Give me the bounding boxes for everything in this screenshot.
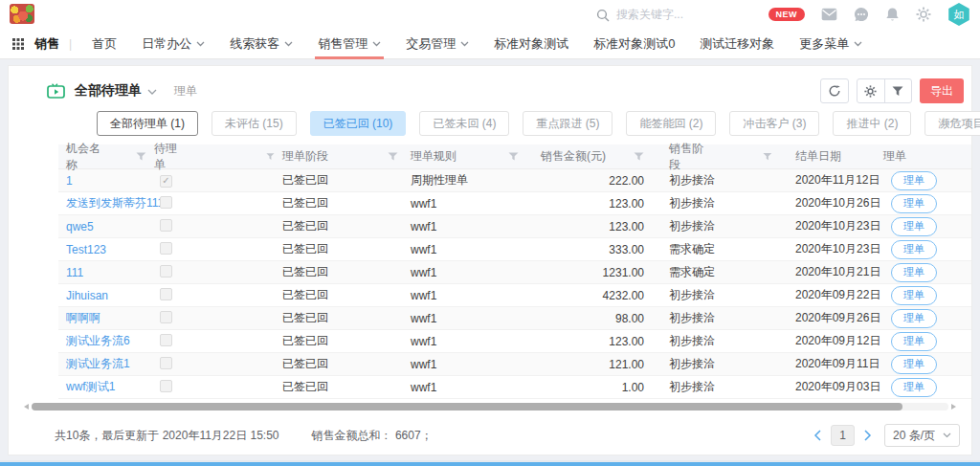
filter-tab[interactable]: 已签已回 (10) (310, 111, 407, 136)
next-page-button[interactable] (863, 430, 872, 441)
lidan-button[interactable]: 理单 (891, 309, 937, 328)
opportunity-link[interactable]: 啊啊啊 (58, 310, 146, 326)
opportunity-link[interactable]: qwe5 (58, 220, 146, 233)
pending-checkbox[interactable] (160, 380, 172, 392)
opportunity-link[interactable]: 1 (58, 174, 146, 188)
filter-tab[interactable]: 濒危项目223344 (3) (924, 111, 980, 136)
table-row[interactable]: 测试业务流1 已签已回 wwf1 121.00 初步接洽 2020年09月11日… (58, 353, 971, 376)
filter-tab[interactable]: 推进中 (2) (833, 111, 911, 136)
opportunity-link[interactable]: 测试业务流1 (58, 356, 146, 372)
pending-checkbox[interactable] (160, 357, 172, 369)
column-funnel-icon[interactable] (508, 152, 519, 162)
column-funnel-icon[interactable] (266, 152, 275, 162)
horizontal-scroll-thumb[interactable] (32, 403, 902, 411)
table-row[interactable]: 啊啊啊 已签已回 wwf1 98.00 初步接洽 2020年09月26日 理单 (58, 307, 971, 330)
lidan-button[interactable]: 理单 (891, 355, 937, 374)
table-row[interactable]: Test123 已签已回 wwf1 333.00 需求确定 2020年10月23… (58, 238, 971, 261)
amount-cell: 121.00 (525, 358, 644, 371)
lidan-button[interactable]: 理单 (891, 378, 937, 397)
bell-icon[interactable] (885, 7, 900, 22)
opportunity-link[interactable]: wwf测试1 (58, 379, 146, 395)
gear-icon[interactable] (916, 7, 931, 22)
column-header[interactable]: 理单阶段 (275, 148, 403, 165)
opportunity-link[interactable]: 发送到发斯蒂芬111 (58, 195, 146, 211)
nav-item[interactable]: 标准对象测试 (481, 29, 581, 59)
table-row[interactable]: qwe5 已签已回 wwf1 123.00 初步接洽 2020年10月23日 理… (58, 215, 971, 238)
table-body: 1 已签已回 周期性理单 222.00 初步接洽 2020年11月12日 理单 (58, 169, 971, 399)
column-funnel-icon[interactable] (634, 152, 644, 162)
opportunity-link[interactable]: Test123 (58, 243, 146, 256)
pagination: 1 20 条/页 (813, 424, 960, 447)
search-input[interactable]: 搜索关键字... (616, 7, 683, 23)
column-funnel-icon[interactable] (763, 152, 772, 162)
page-number[interactable]: 1 (831, 425, 855, 446)
opportunity-link[interactable]: 测试业务流6 (58, 333, 146, 349)
action-cell: 理单 (864, 217, 960, 236)
mail-icon[interactable] (821, 8, 837, 21)
lidan-button[interactable]: 理单 (891, 194, 937, 213)
nav-item[interactable]: 日常办公 (129, 29, 217, 59)
nav-item[interactable]: 线索获客 (217, 29, 305, 59)
pending-checkbox[interactable] (160, 219, 172, 232)
column-header[interactable]: 机会名称 (58, 141, 146, 173)
column-header[interactable]: 销售阶段 (644, 141, 772, 173)
column-funnel-icon[interactable] (136, 152, 146, 162)
column-settings-button[interactable] (858, 79, 884, 102)
table-row[interactable]: 测试业务流6 已签已回 wwf1 123.00 初步接洽 2020年09月12日… (58, 330, 971, 353)
pending-checkbox[interactable] (160, 196, 172, 209)
global-search[interactable]: 搜索关键字... (596, 7, 683, 23)
table-row[interactable]: wwf测试1 已签已回 wwf1 1.00 初步接洽 2020年09月03日 理… (58, 376, 971, 399)
pending-checkbox[interactable] (160, 175, 172, 188)
filter-tab[interactable]: 已签未回 (4) (419, 111, 509, 136)
scroll-left-arrow-icon[interactable] (24, 404, 29, 410)
nav-item[interactable]: 首页 (79, 29, 129, 59)
view-chevron-down-icon[interactable] (147, 89, 157, 96)
apps-grid-icon[interactable] (11, 38, 27, 50)
lidan-button[interactable]: 理单 (891, 286, 937, 305)
pending-checkbox[interactable] (160, 311, 172, 323)
prev-page-button[interactable] (813, 430, 822, 441)
scroll-right-arrow-icon[interactable] (951, 404, 956, 410)
pending-checkbox[interactable] (160, 265, 172, 277)
lidan-button[interactable]: 理单 (891, 171, 937, 190)
column-header[interactable]: 结单日期 (772, 148, 864, 165)
lidan-button[interactable]: 理单 (891, 332, 937, 351)
filter-tab[interactable]: 冲击客户 (3) (729, 111, 819, 136)
action-cell: 理单 (864, 355, 960, 374)
horizontal-scroll-track[interactable] (32, 403, 948, 411)
filter-tab[interactable]: 重点跟进 (5) (523, 111, 612, 136)
page-size-select[interactable]: 20 条/页 (884, 424, 960, 447)
table-row[interactable]: 111 已签已回 wwf1 1231.00 需求确定 2020年10月21日 理… (58, 261, 971, 284)
table-row[interactable]: 发送到发斯蒂芬111 已签已回 wwf1 123.00 初步接洽 2020年10… (58, 192, 971, 215)
column-header[interactable]: 待理单 (146, 141, 275, 173)
horizontal-scrollbar[interactable] (24, 402, 956, 411)
opportunity-link[interactable]: Jihuisan (58, 289, 146, 302)
filter-tab[interactable]: 全部待理单 (1) (97, 111, 198, 136)
app-logo[interactable] (10, 4, 34, 24)
nav-item[interactable]: 更多菜单 (787, 29, 875, 59)
column-header[interactable]: 理单规则 (403, 148, 525, 165)
lidan-button[interactable]: 理单 (891, 263, 937, 282)
filter-button[interactable] (884, 79, 912, 102)
pending-checkbox[interactable] (160, 334, 172, 346)
column-header[interactable]: 销售金额(元) (525, 148, 644, 165)
view-title[interactable]: 全部待理单 (75, 82, 142, 100)
nav-item[interactable]: 交易管理 (393, 29, 481, 59)
opportunity-link[interactable]: 111 (58, 266, 146, 279)
nav-item[interactable]: 标准对象测试0 (581, 29, 687, 59)
filter-tab[interactable]: 能签能回 (2) (626, 111, 716, 136)
lidan-button[interactable]: 理单 (891, 240, 937, 259)
table-row[interactable]: Jihuisan 已签已回 wwf1 4232.00 初步接洽 2020年09月… (58, 284, 971, 307)
nav-item[interactable]: 销售管理 (305, 29, 393, 59)
column-funnel-icon[interactable] (388, 152, 398, 162)
export-button[interactable]: 导出 (920, 78, 964, 103)
table-row[interactable]: 1 已签已回 周期性理单 222.00 初步接洽 2020年11月12日 理单 (58, 169, 971, 192)
refresh-button[interactable] (820, 78, 849, 103)
chat-icon[interactable] (854, 7, 869, 22)
pending-checkbox[interactable] (160, 242, 172, 255)
lidan-button[interactable]: 理单 (891, 217, 937, 236)
pending-checkbox[interactable] (160, 288, 172, 300)
filter-tab[interactable]: 未评估 (15) (212, 111, 297, 136)
nav-item[interactable]: 测试迁移对象 (687, 29, 787, 59)
user-avatar[interactable]: 如 (947, 3, 970, 26)
